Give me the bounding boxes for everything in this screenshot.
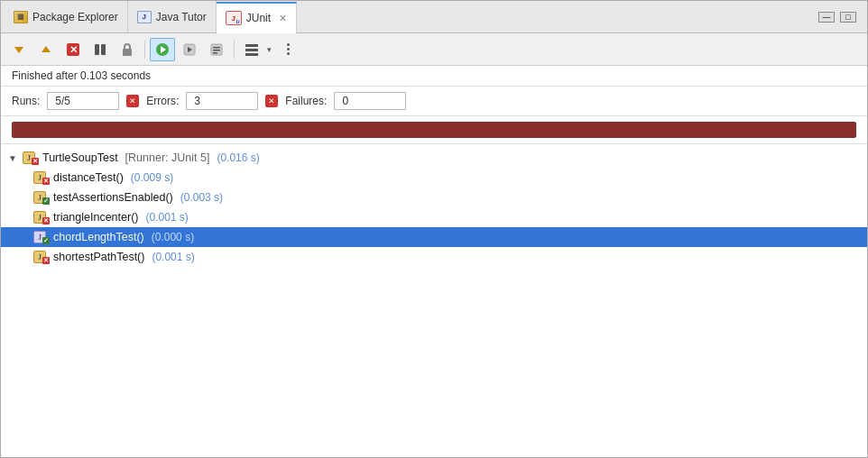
errors-icon: ✕ bbox=[126, 95, 139, 107]
pass-overlay-icon: ✓ bbox=[42, 197, 50, 205]
triangleincenter-time: (0.001 s) bbox=[146, 211, 189, 224]
suite-runner: [Runner: JUnit 5] bbox=[125, 151, 210, 164]
svg-rect-16 bbox=[245, 49, 258, 51]
error-overlay-icon: ✕ bbox=[42, 178, 50, 185]
pass-overlay-icon: ✓ bbox=[42, 237, 50, 244]
toolbar: ✕ bbox=[1, 33, 867, 66]
run-button[interactable] bbox=[150, 38, 175, 61]
minimize-button[interactable]: — bbox=[818, 12, 835, 23]
svg-rect-6 bbox=[123, 49, 132, 56]
distancetest-icon: J ✕ bbox=[33, 170, 50, 185]
progress-container bbox=[1, 116, 867, 144]
maximize-button[interactable]: □ bbox=[840, 12, 856, 23]
progress-bar bbox=[12, 122, 856, 138]
shortestpath-name: shortestPathTest() bbox=[53, 251, 144, 263]
status-bar: Finished after 0.103 seconds bbox=[1, 66, 867, 87]
chordlength-name: chordLengthTest() bbox=[53, 231, 144, 243]
svg-rect-5 bbox=[101, 44, 106, 55]
toolbar-separator-2 bbox=[234, 41, 235, 59]
tab-junit-label: JUnit bbox=[246, 12, 271, 24]
test-tree[interactable]: ▼ J ✕ TurtleSoupTest [Runner: JUnit 5] (… bbox=[1, 144, 867, 457]
prev-failure-button[interactable] bbox=[33, 38, 59, 61]
failures-icon: ✕ bbox=[265, 95, 278, 107]
test-item-triangleincenter[interactable]: J ✕ triangleIncenter() (0.001 s) bbox=[1, 207, 867, 227]
svg-rect-4 bbox=[95, 44, 99, 55]
svg-rect-17 bbox=[245, 53, 258, 56]
shortestpath-icon: J ✕ bbox=[33, 250, 50, 264]
java-icon: J bbox=[137, 11, 152, 23]
error-overlay-icon: ✕ bbox=[32, 158, 39, 165]
svg-marker-0 bbox=[14, 47, 23, 53]
assertionsenabled-icon: J ✓ bbox=[33, 190, 50, 205]
expand-arrow[interactable]: ▼ bbox=[8, 153, 19, 163]
error-overlay-icon: ✕ bbox=[42, 257, 50, 264]
next-failure-button[interactable] bbox=[6, 38, 32, 61]
errors-value: 3 bbox=[186, 92, 258, 110]
tab-package-explorer-label: Package Explorer bbox=[32, 11, 118, 23]
junit-tab-icon: J bbox=[226, 11, 242, 25]
close-icon[interactable]: ✕ bbox=[279, 13, 287, 24]
test-item-distancetest[interactable]: J ✕ distanceTest() (0.009 s) bbox=[1, 168, 867, 188]
tab-bar-left: ▦ Package Explorer J Java Tutor J JUnit … bbox=[5, 1, 297, 32]
more-dot-2 bbox=[287, 48, 290, 50]
error-overlay-icon: ✕ bbox=[42, 217, 50, 224]
chordlength-icon: J ✓ bbox=[33, 230, 50, 244]
distancetest-time: (0.009 s) bbox=[131, 171, 173, 184]
svg-marker-1 bbox=[42, 46, 51, 52]
suite-time: (0.016 s) bbox=[217, 151, 259, 164]
shortestpath-time: (0.001 s) bbox=[152, 251, 194, 263]
test-item-assertionsenabled[interactable]: J ✓ testAssertionsEnabled() (0.003 s) bbox=[1, 188, 867, 207]
more-dot-1 bbox=[287, 43, 290, 46]
stop-button[interactable] bbox=[88, 38, 113, 61]
svg-rect-14 bbox=[213, 52, 217, 54]
failures-label: Failures: bbox=[285, 95, 327, 107]
triangleincenter-name: triangleIncenter() bbox=[53, 211, 139, 224]
test-item-shortestpath[interactable]: J ✕ shortestPathTest() (0.001 s) bbox=[1, 247, 867, 267]
suite-icon: J ✕ bbox=[23, 151, 39, 165]
suite-name: TurtleSoupTest bbox=[42, 151, 118, 164]
triangleincenter-icon: J ✕ bbox=[33, 210, 50, 224]
tab-bar: ▦ Package Explorer J Java Tutor J JUnit … bbox=[1, 1, 867, 33]
view-menu-arrow[interactable]: ▾ bbox=[264, 38, 273, 61]
tab-package-explorer[interactable]: ▦ Package Explorer bbox=[5, 1, 128, 32]
svg-rect-13 bbox=[213, 50, 220, 51]
tab-java-tutor-label: Java Tutor bbox=[156, 11, 207, 23]
window-controls: — □ bbox=[818, 12, 863, 23]
chordlength-time: (0.000 s) bbox=[152, 231, 194, 243]
distancetest-name: distanceTest() bbox=[53, 171, 124, 184]
rerun-failed-button[interactable]: ✕ bbox=[60, 38, 86, 61]
test-item-chordlength[interactable]: J ✓ chordLengthTest() (0.000 s) bbox=[1, 227, 867, 247]
svg-rect-12 bbox=[213, 47, 220, 49]
svg-text:✕: ✕ bbox=[69, 44, 78, 55]
assertionsenabled-name: testAssertionsEnabled() bbox=[53, 191, 173, 204]
history-button[interactable] bbox=[204, 38, 229, 61]
tree-suite-root[interactable]: ▼ J ✕ TurtleSoupTest [Runner: JUnit 5] (… bbox=[1, 148, 867, 168]
more-options-button[interactable] bbox=[275, 38, 300, 61]
grid-icon: ▦ bbox=[14, 11, 28, 23]
runs-label: Runs: bbox=[12, 95, 40, 107]
failures-value: 0 bbox=[334, 92, 406, 110]
main-window: ▦ Package Explorer J Java Tutor J JUnit … bbox=[0, 0, 868, 458]
tab-java-tutor[interactable]: J Java Tutor bbox=[128, 1, 217, 32]
runs-value: 5/5 bbox=[47, 92, 119, 110]
assertionsenabled-time: (0.003 s) bbox=[180, 191, 223, 204]
stats-row: Runs: 5/5 ✕ Errors: 3 ✕ Failures: 0 bbox=[1, 87, 867, 116]
debug-button[interactable] bbox=[177, 38, 202, 61]
status-text: Finished after 0.103 seconds bbox=[12, 69, 151, 82]
svg-rect-15 bbox=[245, 44, 258, 47]
coverage-button[interactable] bbox=[115, 38, 140, 61]
tab-junit[interactable]: J JUnit ✕ bbox=[217, 2, 297, 33]
errors-label: Errors: bbox=[146, 95, 179, 107]
more-dot-3 bbox=[287, 52, 290, 55]
view-menu-button[interactable] bbox=[239, 38, 264, 61]
toolbar-separator-1 bbox=[144, 41, 145, 59]
